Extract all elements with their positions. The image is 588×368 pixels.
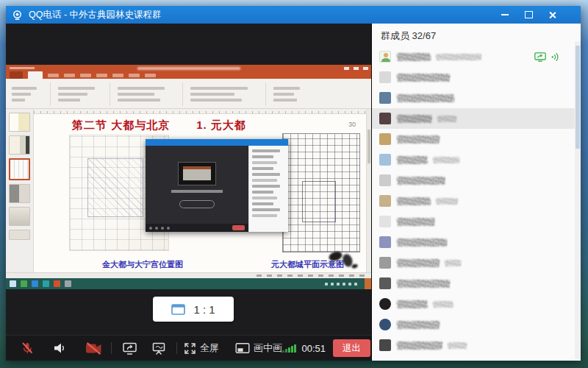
member-avatar (379, 339, 391, 351)
nested-button (179, 200, 215, 208)
member-row[interactable] (372, 314, 581, 335)
ppt-ribbon-tabs (6, 71, 371, 79)
camera-button[interactable] (82, 339, 104, 358)
member-avatar (379, 51, 391, 63)
system-tray (325, 283, 357, 286)
fullscreen-label: 全屏 (200, 342, 219, 355)
ppt-scrollbar (366, 109, 371, 272)
screen-share-icon (122, 342, 137, 355)
member-row[interactable] (372, 335, 581, 355)
speaker-button[interactable] (49, 339, 71, 358)
member-avatar (379, 216, 391, 227)
member-row[interactable] (372, 232, 581, 252)
member-avatar (379, 154, 391, 166)
member-name-redacted (397, 280, 455, 288)
whiteboard-button[interactable] (148, 339, 170, 358)
member-row[interactable] (372, 67, 581, 88)
ratio-label: 1 : 1 (193, 303, 215, 316)
speaker-icon (53, 342, 66, 355)
member-name-redacted (397, 74, 455, 82)
member-name-redacted (397, 300, 459, 308)
members-scrollbar-thumb[interactable] (576, 46, 580, 149)
taskbar-app-icon (65, 280, 71, 287)
fullscreen-icon (184, 342, 196, 355)
members-panel: 群成员 32/67 (371, 24, 581, 361)
toolbar-divider (111, 342, 112, 354)
mic-button[interactable] (16, 339, 38, 358)
screen-share-button[interactable] (118, 339, 140, 358)
ppt-titlebar (6, 65, 371, 71)
member-name-redacted (397, 321, 445, 329)
pip-button[interactable]: 画中画 (235, 342, 282, 355)
fullscreen-button[interactable]: 全屏 (184, 342, 219, 355)
member-name-redacted (397, 177, 451, 185)
toolbar-divider (176, 342, 177, 354)
member-avatar (379, 257, 391, 269)
slide-thumbnail (9, 184, 30, 203)
taskbar-app-icon (32, 280, 38, 287)
members-header: 群成员 32/67 (372, 24, 581, 46)
map-image-right (282, 133, 360, 252)
member-name-redacted (397, 135, 445, 144)
camera-off-icon (85, 342, 102, 355)
member-name-redacted (397, 94, 459, 102)
member-row[interactable] (372, 46, 581, 67)
nested-exit-button (232, 225, 245, 230)
member-share-icon (534, 52, 546, 62)
member-avatar (379, 92, 391, 104)
member-name-redacted (397, 115, 462, 123)
maximize-button[interactable] (519, 8, 538, 21)
slide-thumbnail (9, 230, 30, 240)
member-name-redacted (397, 342, 472, 350)
member-row[interactable] (372, 252, 581, 273)
member-row[interactable] (372, 149, 581, 170)
member-avatar (379, 319, 391, 330)
member-row[interactable] (372, 294, 581, 314)
nested-share-thumbnail (178, 162, 216, 185)
pip-label: 画中画 (254, 342, 282, 355)
ppt-ruler (34, 109, 366, 114)
exit-button[interactable]: 退出 (333, 339, 370, 357)
member-row[interactable] (372, 129, 581, 149)
member-name-redacted (397, 53, 487, 61)
member-name-redacted (397, 238, 452, 247)
whiteboard-icon (151, 342, 166, 355)
member-row[interactable] (372, 273, 581, 294)
ratio-button[interactable]: 1 : 1 (153, 297, 234, 322)
taskbar-app-icon (54, 280, 60, 287)
member-row[interactable] (372, 170, 581, 191)
member-name-redacted (397, 259, 466, 267)
pip-icon (235, 342, 250, 354)
member-name-redacted (397, 156, 465, 164)
member-avatar (379, 195, 391, 207)
nested-toolbar (146, 224, 248, 232)
nested-member-list (248, 146, 288, 232)
member-avatar (379, 277, 391, 289)
slide-thumbnail-selected (9, 158, 30, 180)
nested-call-window (146, 139, 288, 232)
desktop: QQ电话 - 中外古典园林史课程群 (0, 0, 588, 368)
minimize-button[interactable] (495, 8, 514, 21)
member-avatar (379, 71, 391, 83)
member-row[interactable] (372, 108, 581, 129)
caption-left: 金大都与大宁宫位置图 (76, 259, 209, 270)
call-toolbar: 全屏 画中画 00:51 退出 (6, 335, 371, 361)
member-list (372, 46, 581, 361)
slide-page-number: 30 (348, 121, 356, 128)
member-avatar (379, 298, 391, 310)
webcam-icon (12, 10, 23, 21)
ppt-ribbon (6, 79, 371, 109)
qq-call-window: QQ电话 - 中外古典园林史课程群 (6, 6, 581, 361)
nested-titlebar (146, 139, 288, 146)
close-button[interactable] (542, 8, 562, 21)
titlebar[interactable]: QQ电话 - 中外古典园林史课程群 (6, 6, 581, 24)
member-name-redacted (397, 197, 463, 205)
member-row[interactable] (372, 191, 581, 211)
ppt-slide-thumbnails (6, 109, 34, 272)
member-row[interactable] (372, 211, 581, 232)
member-avatar (379, 236, 391, 248)
member-status-icons (534, 52, 560, 62)
member-row[interactable] (372, 88, 581, 108)
signal-strength-icon (282, 344, 296, 353)
window-title: QQ电话 - 中外古典园林史课程群 (29, 9, 162, 21)
